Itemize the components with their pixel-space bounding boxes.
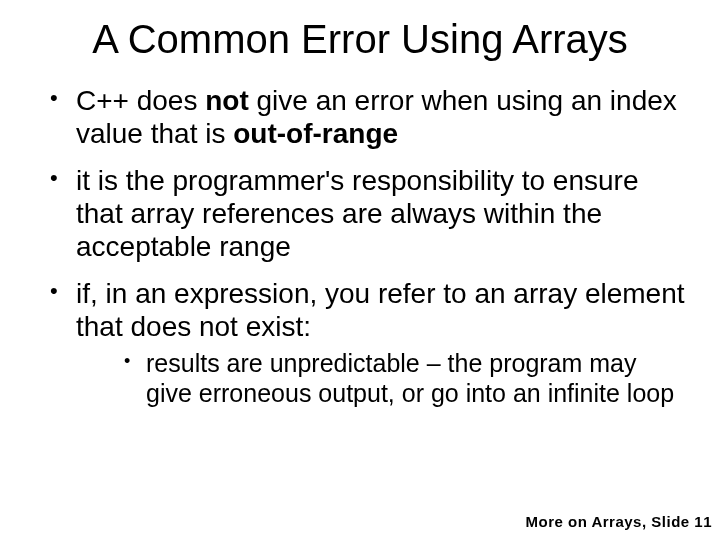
slide-title: A Common Error Using Arrays xyxy=(34,18,686,60)
bullet-1-out-of-range: out-of-range xyxy=(233,118,398,149)
footer-prefix: More on Arrays, Slide xyxy=(525,513,694,530)
bullet-list: C++ does not give an error when using an… xyxy=(34,84,686,408)
bullet-1-text-a: C++ does xyxy=(76,85,205,116)
slide-footer: More on Arrays, Slide 11 xyxy=(525,513,712,530)
bullet-2: it is the programmer's responsibility to… xyxy=(50,164,686,263)
bullet-2-text: it is the programmer's responsibility to… xyxy=(76,165,638,262)
bullet-1-not: not xyxy=(205,85,249,116)
bullet-3-text: if, in an expression, you refer to an ar… xyxy=(76,278,685,342)
slide-number: 11 xyxy=(694,513,712,530)
slide: A Common Error Using Arrays C++ does not… xyxy=(0,0,720,540)
sub-bullet-1-text: results are unpredictable – the program … xyxy=(146,349,674,407)
bullet-3: if, in an expression, you refer to an ar… xyxy=(50,277,686,408)
sub-bullet-1: results are unpredictable – the program … xyxy=(124,349,686,408)
sub-bullet-list: results are unpredictable – the program … xyxy=(76,349,686,408)
bullet-1: C++ does not give an error when using an… xyxy=(50,84,686,150)
